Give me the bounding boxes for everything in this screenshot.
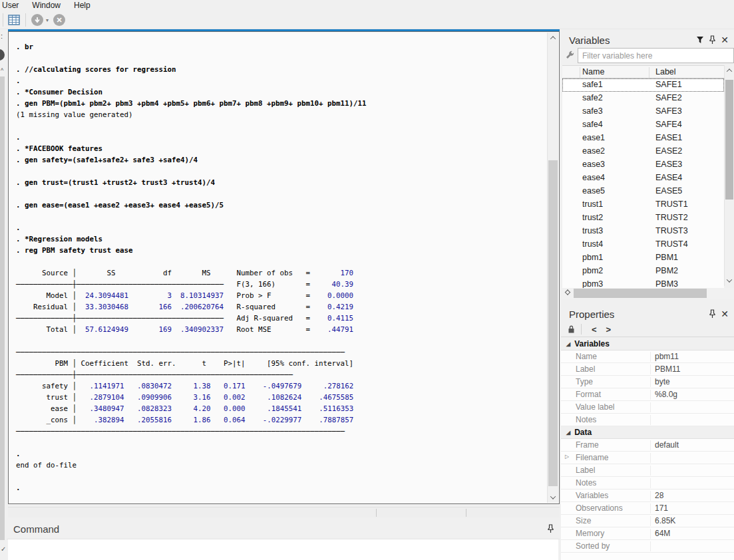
do-dropdown-caret[interactable]: ▾	[46, 17, 49, 23]
console-command-line: .	[16, 75, 547, 86]
scroll-up-arrow-icon[interactable]	[724, 65, 734, 76]
console-command-line: . *Consumer Decision	[16, 86, 547, 98]
variable-row-pbm1[interactable]: pbm1PBM1	[562, 251, 724, 265]
console-output-line: ─────────────┼──────────────────────────…	[16, 369, 547, 380]
scroll-up-arrow-icon[interactable]	[548, 33, 558, 43]
property-row-memory: Memory64M	[561, 527, 734, 540]
variables-column-label[interactable]: Label	[655, 67, 676, 76]
console-command-line: .	[16, 132, 547, 143]
variable-name: safe3	[582, 106, 603, 116]
wrench-icon[interactable]	[565, 51, 574, 60]
menu-item-window[interactable]: Window	[25, 0, 67, 11]
variable-label: EASE3	[655, 160, 682, 169]
variable-row-safe1[interactable]: safe1SAFE1	[562, 78, 724, 92]
console-command-line: . gen safety=(safe1+safe2+ safe3 +safe4)…	[16, 154, 547, 166]
property-value[interactable]	[650, 466, 733, 476]
property-row-filename: ▷Filename	[561, 452, 734, 464]
variable-row-ease3[interactable]: ease3EASE3	[562, 158, 724, 172]
variable-name: ease2	[582, 146, 605, 156]
variable-label: SAFE2	[655, 93, 682, 102]
variables-list-header[interactable]: Name Label	[562, 65, 724, 78]
console-command-line: .	[16, 222, 547, 233]
variable-label: TRUST2	[655, 213, 688, 222]
pin-icon[interactable]	[547, 524, 554, 533]
data-editor-button[interactable]	[6, 13, 22, 27]
variables-filter-input[interactable]	[578, 48, 734, 63]
variable-row-ease2[interactable]: ease2EASE2	[562, 145, 724, 158]
property-value[interactable]: 171	[650, 503, 733, 513]
filter-icon[interactable]	[696, 36, 704, 44]
next-variable-button[interactable]: >	[602, 325, 616, 335]
property-value[interactable]: 6.85K	[650, 516, 733, 526]
property-row-sorted-by: Sorted by	[561, 540, 734, 553]
expand-icon[interactable]: ▷	[565, 454, 569, 460]
variables-panel-title: Variables	[569, 35, 696, 46]
menu-item-help[interactable]: Help	[67, 0, 97, 11]
variables-hscrollbar-thumb[interactable]	[574, 289, 707, 298]
variable-row-safe4[interactable]: safe4SAFE4	[562, 118, 724, 132]
menu-bar: UserWindowHelp	[0, 0, 734, 11]
property-value[interactable]	[650, 478, 733, 488]
close-icon[interactable]: ✕	[721, 35, 729, 45]
variable-row-ease1[interactable]: ease1EASE1	[562, 132, 724, 145]
property-value[interactable]: byte	[650, 377, 733, 387]
variable-row-trust3[interactable]: trust3TRUST3	[562, 225, 724, 238]
property-row-type: Typebyte	[561, 376, 734, 388]
close-icon[interactable]: ✕	[721, 309, 729, 319]
variable-row-ease5[interactable]: ease5EASE5	[562, 185, 724, 198]
variable-row-pbm3[interactable]: pbm3PBM3	[562, 278, 724, 288]
property-value[interactable]	[650, 415, 733, 425]
variable-row-safe2[interactable]: safe2SAFE2	[562, 92, 724, 105]
variables-column-name[interactable]: Name	[582, 67, 604, 76]
section-collapse-icon: ◢	[566, 430, 570, 436]
variable-row-trust4[interactable]: trust4TRUST4	[562, 238, 724, 251]
variable-row-ease4[interactable]: ease4EASE4	[562, 172, 724, 185]
properties-section-variables[interactable]: ◢Variables	[561, 338, 734, 350]
pin-icon[interactable]	[709, 309, 716, 319]
property-value[interactable]	[650, 453, 733, 463]
console-output-line: Total │ 57.6124949 169 .340902337 Root M…	[16, 324, 547, 335]
variables-scrollbar-thumb[interactable]	[725, 80, 733, 200]
console-command-line: . *Regression models	[16, 233, 547, 245]
property-value[interactable]: PBM11	[650, 364, 733, 374]
property-value[interactable]: 28	[650, 491, 733, 501]
results-console[interactable]: . br . //calculating scores for regressi…	[9, 32, 547, 503]
section-title: Data	[574, 428, 592, 437]
console-output-line	[16, 53, 547, 64]
console-command-line: . //calculating scores for regression	[16, 64, 547, 75]
results-vertical-scrollbar[interactable]	[547, 33, 558, 503]
do-button[interactable]	[29, 13, 45, 27]
property-label: Value label	[576, 402, 615, 412]
scroll-down-arrow-icon[interactable]	[548, 492, 558, 503]
console-output-line: end of do-file	[16, 460, 547, 471]
properties-section-data[interactable]: ◢Data	[561, 426, 734, 439]
console-output-line: ────────────────────────────────────────…	[16, 347, 547, 358]
break-button[interactable]: ✕	[51, 13, 67, 27]
scroll-right-arrow-icon[interactable]	[562, 288, 573, 299]
variable-row-safe3[interactable]: safe3SAFE3	[562, 105, 724, 118]
variables-vertical-scrollbar[interactable]	[724, 65, 734, 286]
scroll-down-arrow-icon[interactable]	[724, 275, 734, 286]
results-scrollbar-thumb[interactable]	[548, 160, 558, 486]
property-value[interactable]	[650, 541, 733, 551]
property-value[interactable]: pbm11	[650, 352, 733, 362]
console-output-line	[16, 211, 547, 222]
property-value[interactable]: 64M	[650, 529, 733, 539]
command-input[interactable]	[8, 539, 558, 560]
variable-row-trust1[interactable]: trust1TRUST1	[562, 198, 724, 211]
property-value[interactable]: %8.0g	[650, 390, 733, 400]
left-scrollbar-fragment[interactable]	[0, 76, 5, 540]
prev-variable-button[interactable]: <	[587, 325, 602, 335]
console-output-line	[16, 188, 547, 200]
property-value[interactable]	[650, 402, 733, 412]
lock-icon[interactable]	[567, 325, 576, 334]
pin-icon[interactable]	[709, 35, 716, 45]
console-output-line: _cons │ .382894 .2055816 1.86 0.064 -.02…	[16, 414, 547, 426]
menu-item-user[interactable]: User	[0, 0, 25, 11]
variables-horizontal-scrollbar[interactable]	[562, 288, 734, 299]
section-title: Variables	[574, 339, 610, 349]
property-value[interactable]: default	[650, 440, 733, 450]
variable-row-trust2[interactable]: trust2TRUST2	[562, 211, 724, 225]
variable-row-pbm2[interactable]: pbm2PBM2	[562, 265, 724, 278]
property-label: Label	[576, 466, 595, 475]
